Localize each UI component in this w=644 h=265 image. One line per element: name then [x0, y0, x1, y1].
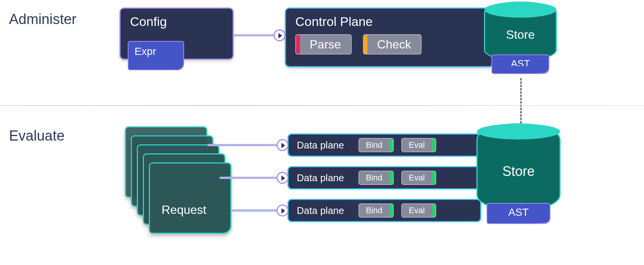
task-bind: Bind: [358, 171, 394, 185]
task-parse-label: Parse: [300, 38, 351, 51]
task-bind: Bind: [358, 138, 394, 152]
task-check: Check: [363, 34, 422, 55]
arrow-icon: [277, 139, 289, 151]
task-parse: Parse: [295, 34, 352, 55]
task-bind-label: Bind: [359, 140, 389, 150]
data-plane-title: Data plane: [297, 139, 344, 151]
request-label: Request: [162, 203, 206, 217]
connector-request-dp-2: [219, 177, 283, 179]
data-plane-title: Data plane: [297, 172, 344, 184]
task-eval: Eval: [401, 138, 436, 152]
stripe-red-icon: [296, 35, 300, 54]
phase-label-evaluate: Evaluate: [9, 128, 65, 144]
connector-request-dp-3: [231, 209, 283, 212]
task-check-label: Check: [367, 38, 421, 51]
control-plane-title: Control Plane: [286, 8, 493, 32]
task-bind: Bind: [358, 203, 394, 218]
ast-bottom-label: AST: [508, 206, 529, 218]
stripe-green-icon: [432, 204, 435, 217]
phase-label-administer: Administer: [9, 11, 77, 27]
data-plane-title: Data plane: [297, 205, 344, 217]
store-link-dashed: [520, 78, 522, 123]
arrow-icon: [274, 29, 286, 41]
task-bind-label: Bind: [359, 206, 389, 215]
ast-top-label: AST: [511, 58, 530, 69]
stripe-orange-icon: [364, 35, 367, 54]
task-bind-label: Bind: [359, 173, 389, 183]
config-panel: Config Expr: [120, 8, 233, 59]
store-top-label: Store: [485, 28, 556, 42]
expr-label: Expr: [135, 45, 156, 57]
control-plane-panel: Control Plane Parse Check: [286, 8, 493, 67]
stripe-green-icon: [389, 139, 393, 151]
data-plane-row-1: Data plane Bind Eval: [289, 135, 480, 156]
task-eval-label: Eval: [402, 173, 432, 183]
store-cylinder-top: Store: [485, 2, 556, 61]
ast-flag-top: AST: [491, 55, 549, 74]
task-eval-label: Eval: [402, 140, 432, 150]
arrow-icon: [277, 172, 289, 184]
task-eval-label: Eval: [402, 206, 432, 215]
stripe-green-icon: [389, 171, 393, 184]
store-cylinder-bottom: Store: [477, 124, 560, 210]
store-bottom-label: Store: [477, 164, 560, 179]
stripe-green-icon: [432, 139, 435, 151]
request-card-front: [149, 162, 231, 234]
connector-request-dp-1: [207, 144, 283, 146]
arrow-icon: [277, 204, 289, 217]
data-plane-row-3: Data plane Bind Eval: [289, 200, 480, 221]
config-title: Config: [120, 8, 233, 32]
task-eval: Eval: [401, 203, 436, 218]
expr-flag: Expr: [128, 41, 184, 70]
stripe-green-icon: [389, 204, 393, 217]
task-eval: Eval: [401, 171, 436, 185]
ast-flag-bottom: AST: [487, 203, 550, 224]
data-plane-row-2: Data plane Bind Eval: [289, 167, 480, 188]
stripe-green-icon: [432, 171, 435, 184]
section-divider: [0, 105, 644, 106]
